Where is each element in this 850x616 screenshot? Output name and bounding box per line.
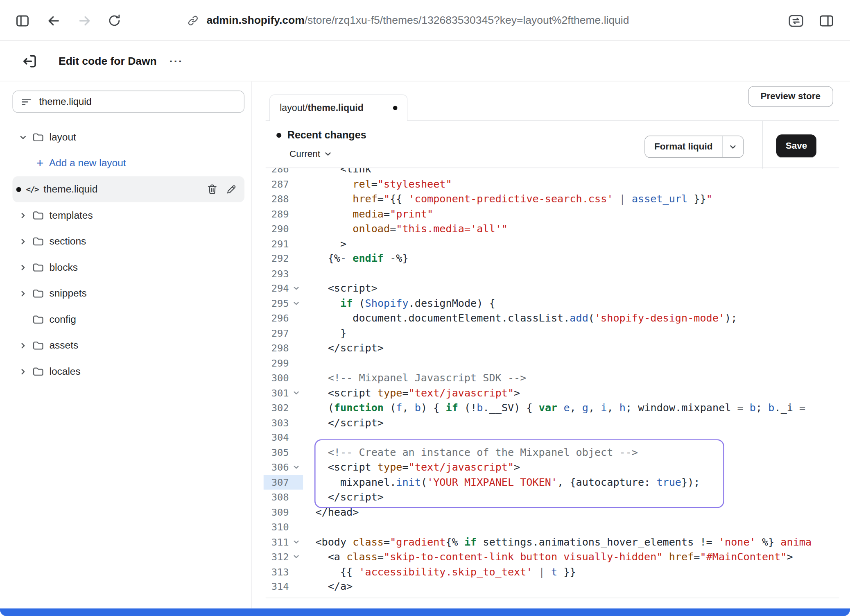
code-editor[interactable]: 286 <link287 rel="stylesheet"288 href="{… [263, 168, 839, 598]
sidebar-item-layout[interactable]: layout [12, 124, 244, 150]
code-line-311[interactable]: 311 <body class="gradient{% if settings.… [263, 534, 839, 549]
fold-spacer [289, 191, 303, 206]
line-number: 305 [263, 445, 289, 460]
code-line-287[interactable]: 287 rel="stylesheet" [263, 177, 839, 191]
chevron-right-icon[interactable] [18, 289, 27, 298]
line-number: 304 [263, 430, 289, 445]
unsaved-dot [393, 106, 398, 110]
changes-dot [276, 133, 281, 138]
format-options-chevron[interactable] [722, 136, 743, 157]
fold-spacer [289, 445, 303, 460]
sidebar-item-assets[interactable]: assets [12, 333, 244, 359]
code-line-294[interactable]: 294 <script> [263, 281, 839, 296]
forward-icon[interactable] [76, 12, 93, 29]
fold-spacer [289, 206, 303, 221]
fold-chevron-icon[interactable] [289, 385, 303, 400]
more-actions-button[interactable]: ··· [165, 54, 187, 69]
sidebar-item-blocks[interactable]: blocks [12, 254, 244, 281]
code-line-313[interactable]: 313 {{ 'accessibility.skip_to_text' | t … [263, 564, 839, 579]
code-line-301[interactable]: 301 <script type="text/javascript"> [263, 385, 839, 400]
code-line-292[interactable]: 292 {%- endif -%} [263, 251, 839, 266]
code-line-306[interactable]: 306 <script type="text/javascript"> [263, 460, 839, 475]
code-line-304[interactable]: 304 [263, 430, 839, 445]
code-text: <script> [303, 281, 378, 296]
extensions-icon[interactable] [787, 12, 804, 29]
fold-chevron-icon[interactable] [289, 460, 303, 475]
line-number: 291 [263, 236, 289, 251]
code-line-297[interactable]: 297 } [263, 326, 839, 340]
delete-icon[interactable] [207, 184, 217, 195]
code-line-293[interactable]: 293 [263, 266, 839, 281]
exit-button[interactable] [20, 52, 39, 70]
header-divider [762, 121, 763, 169]
file-search-box[interactable] [12, 91, 244, 113]
code-line-302[interactable]: 302 (function (f, b) { if (!b.__SV) { va… [263, 400, 839, 415]
format-liquid-label: Format liquid [645, 136, 722, 157]
page-title: Edit code for Dawn [59, 41, 157, 81]
fold-chevron-icon[interactable] [289, 534, 303, 549]
format-liquid-button[interactable]: Format liquid [644, 136, 744, 158]
save-button[interactable]: Save [776, 134, 816, 157]
sidebar-item-config[interactable]: config [12, 306, 244, 333]
code-line-289[interactable]: 289 media="print" [263, 206, 839, 221]
code-text: <script type="text/javascript"> [303, 460, 520, 475]
code-line-303[interactable]: 303 </script> [263, 415, 839, 430]
sidebar-item-locales[interactable]: locales [12, 358, 244, 385]
address-bar[interactable]: admin.shopify.com/store/rzq1xu-f5/themes… [187, 0, 629, 41]
browser-sidebar-toggle-icon[interactable] [14, 12, 31, 29]
split-view-icon[interactable] [818, 12, 835, 29]
version-label: Current [289, 149, 320, 159]
code-line-307[interactable]: 307 mixpanel.init('YOUR_MIXPANEL_TOKEN',… [263, 475, 839, 489]
reload-icon[interactable] [106, 12, 123, 29]
exit-icon [21, 52, 38, 70]
line-number: 296 [263, 311, 289, 326]
code-line-295[interactable]: 295 if (Shopify.designMode) { [263, 296, 839, 310]
fold-chevron-icon[interactable] [289, 296, 303, 310]
code-line-305[interactable]: 305 <!-- Create an instance of the Mixpa… [263, 445, 839, 460]
preview-store-button[interactable]: Preview store [748, 86, 833, 107]
chevron-right-icon[interactable] [18, 263, 27, 272]
sidebar-item-theme-liquid[interactable]: </>theme.liquid [12, 176, 244, 202]
sidebar-item-sections[interactable]: sections [12, 228, 244, 254]
code-line-300[interactable]: 300 <!-- Mixpanel Javascript SDK --> [263, 370, 839, 385]
line-number: 307 [263, 475, 289, 489]
fold-spacer [289, 356, 303, 370]
edit-icon[interactable] [226, 184, 236, 194]
fold-chevron-icon[interactable] [289, 281, 303, 296]
code-line-310[interactable]: 310 [263, 519, 839, 534]
back-icon[interactable] [45, 12, 62, 29]
chevron-right-icon[interactable] [18, 341, 27, 350]
code-file-icon: </> [26, 185, 39, 193]
code-line-309[interactable]: 309 </head> [263, 505, 839, 519]
sidebar-item-add-new-layout[interactable]: +Add a new layout [12, 150, 244, 177]
file-search-input[interactable] [39, 96, 236, 107]
line-number: 308 [263, 490, 289, 505]
chevron-right-icon[interactable] [18, 211, 27, 220]
code-line-296[interactable]: 296 document.documentElement.classList.a… [263, 311, 839, 326]
fold-spacer [289, 236, 303, 251]
chevron-right-icon[interactable] [18, 237, 27, 246]
chevron-right-icon[interactable] [18, 367, 27, 376]
code-line-314[interactable]: 314 </a> [263, 579, 839, 594]
recent-changes-label: Recent changes [287, 129, 366, 141]
code-text: </head> [303, 505, 359, 519]
fold-spacer [289, 340, 303, 355]
sidebar-item-templates[interactable]: templates [12, 202, 244, 229]
code-text: <body class="gradient{% if settings.anim… [303, 534, 812, 549]
fold-chevron-icon[interactable] [289, 549, 303, 564]
code-line-308[interactable]: 308 </script> [263, 490, 839, 505]
code-line-312[interactable]: 312 <a class="skip-to-content-link butto… [263, 549, 839, 564]
folder-icon [32, 263, 44, 272]
tab-theme-liquid[interactable]: layout/theme.liquid [269, 94, 408, 121]
sidebar-item-snippets[interactable]: snippets [12, 280, 244, 306]
line-number: 309 [263, 505, 289, 519]
code-line-286[interactable]: 286 <link [263, 168, 839, 177]
code-line-290[interactable]: 290 onload="this.media='all'" [263, 221, 839, 236]
code-line-298[interactable]: 298 </script> [263, 340, 839, 355]
code-line-288[interactable]: 288 href="{{ 'component-predictive-searc… [263, 191, 839, 206]
version-selector[interactable]: Current [289, 149, 332, 159]
code-text: <link [303, 168, 371, 177]
chevron-down-icon[interactable] [18, 133, 27, 141]
code-line-299[interactable]: 299 [263, 356, 839, 370]
code-line-291[interactable]: 291 > [263, 236, 839, 251]
